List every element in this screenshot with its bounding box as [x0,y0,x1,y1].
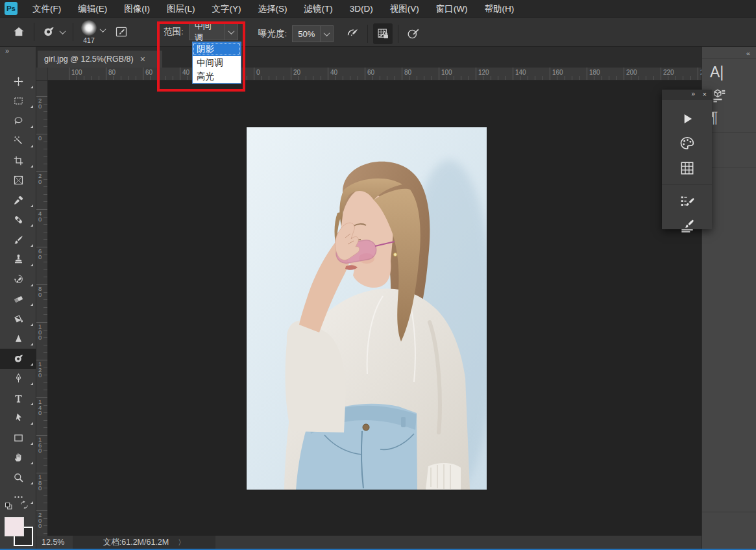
marquee-tool[interactable] [0,92,36,112]
clone-stamp-tool[interactable] [0,250,36,270]
menu-item[interactable]: 编辑(E) [69,0,116,18]
actions-play-icon[interactable] [679,110,696,127]
default-colors-icon[interactable] [4,501,14,511]
brush-preset-picker[interactable]: 417 [79,19,108,44]
panel-collapse-button[interactable]: » [691,90,695,97]
frame-tool-icon [13,175,24,186]
rectangle-tool-icon [13,432,24,444]
menu-item[interactable]: 图层(L) [158,0,204,18]
menu-item[interactable]: 视图(V) [382,0,428,18]
path-selection-tool[interactable] [0,408,36,429]
move-tool[interactable] [0,71,36,92]
history-brush-tool[interactable] [0,269,36,290]
zoom-level-field[interactable]: 12.5% [42,538,71,547]
tool-preset-button[interactable] [40,21,67,42]
ruler-number: 1 4 0 [38,399,42,416]
zoom-tool[interactable] [0,468,36,488]
menu-item[interactable]: 滤镜(T) [296,0,341,18]
ruler-number: 180 [589,69,600,76]
exposure-select[interactable]: 50% [292,25,334,42]
ruler-number: 160 [552,69,563,76]
vertical-ruler[interactable]: 2 002 04 06 08 01 0 01 2 01 4 01 6 01 8 … [36,81,48,536]
type-tool-icon [13,393,24,404]
brush-settings-icon[interactable] [679,193,696,210]
menu-item[interactable]: 选择(S) [250,0,296,18]
exposure-label: 曝光度: [258,28,287,40]
ruler-number: 80 [404,69,411,76]
eraser-tool-icon [13,294,24,305]
document-tab[interactable]: girl.jpg @ 12.5%(RGB/8) × [38,51,162,68]
pen-tool-icon [13,373,24,384]
rectangle-tool[interactable] [0,428,36,448]
frame-tool[interactable] [0,171,36,191]
document-info[interactable]: 文档:61.2M/61.2M 〉 [73,536,215,549]
protect-tones-toggle[interactable] [373,23,393,44]
protect-tones-icon [376,27,390,41]
eraser-tool[interactable] [0,290,36,310]
range-select[interactable]: 中间调 [189,23,238,40]
ruler-number: 220 [663,69,674,76]
status-bar: 12.5% 文档:61.2M/61.2M 〉 [36,536,701,549]
brushes-icon[interactable] [679,218,696,234]
palette-icon[interactable] [679,135,696,152]
pressure-size-toggle[interactable] [404,23,423,44]
canvas-photo [247,127,487,490]
menu-item[interactable]: 帮助(H) [476,0,522,18]
airbrush-toggle[interactable] [343,23,362,44]
toolbar-collapse-button[interactable]: » [5,47,10,55]
brush-tool[interactable] [0,230,36,250]
status-expand-icon[interactable]: 〉 [178,538,185,547]
tab-close-icon[interactable]: × [140,55,145,64]
clone-stamp-tool-icon [13,254,24,265]
magic-wand-tool-icon [13,135,24,146]
swap-colors-icon[interactable] [19,500,29,510]
chevron-down-icon [324,30,330,36]
horizontal-ruler[interactable]: 1008060402002040608010012014016018020022… [36,68,701,81]
foreground-color-swatch[interactable] [5,517,24,536]
move-tool-icon [13,76,24,87]
3d-panel[interactable] [710,87,727,106]
dock-collapse-button[interactable]: « [746,49,751,57]
eyedropper-tool[interactable] [0,190,36,210]
menu-item[interactable]: 文件(F) [24,0,69,18]
ruler-number: 100 [441,69,452,76]
menu-item[interactable]: 图像(I) [116,0,158,18]
character-panel[interactable]: A| [710,64,724,81]
tool-list [0,71,36,507]
ruler-number: 1 6 0 [38,437,42,454]
dropdown-option[interactable]: 高光 [193,69,241,83]
floating-panel-body [662,100,712,238]
home-button[interactable] [9,21,29,42]
hand-tool-icon [13,452,24,463]
sharpen-tool[interactable] [0,329,36,349]
paint-bucket-tool[interactable] [0,309,36,329]
ruler-number: 40 [330,69,337,76]
crop-tool[interactable] [0,151,36,171]
ruler-number: 2 0 [38,98,42,109]
magic-wand-tool[interactable] [0,131,36,151]
pen-tool[interactable] [0,369,36,389]
ruler-number: 0 [38,136,42,142]
range-dropdown-list: 阴影中间调高光 [192,42,241,84]
menu-item[interactable]: 文字(Y) [204,0,250,18]
ruler-number: 2 0 0 [38,512,42,529]
type-tool[interactable] [0,388,36,408]
brush-size: 417 [83,36,95,44]
ruler-number: 6 0 [38,249,42,260]
healing-brush-tool[interactable] [0,210,36,231]
dropdown-option[interactable]: 中间调 [193,56,241,69]
burn-tool[interactable] [0,349,36,369]
panel-close-icon[interactable]: × [703,90,707,98]
hand-tool[interactable] [0,448,36,468]
toggle-brush-settings-button[interactable] [112,21,131,42]
document-size-text: 文档:61.2M/61.2M [103,537,169,548]
grid-icon[interactable] [679,160,696,177]
ruler-number: 0 [256,69,260,76]
menu-item[interactable]: 窗口(W) [428,0,476,18]
lasso-tool[interactable] [0,111,36,131]
menu-item[interactable]: 3D(D) [341,0,382,18]
floating-panel-header[interactable]: » × [662,90,712,100]
dropdown-option[interactable]: 阴影 [193,42,241,56]
canvas-area[interactable] [48,81,701,536]
document-tab-bar: girl.jpg @ 12.5%(RGB/8) × [36,47,701,68]
